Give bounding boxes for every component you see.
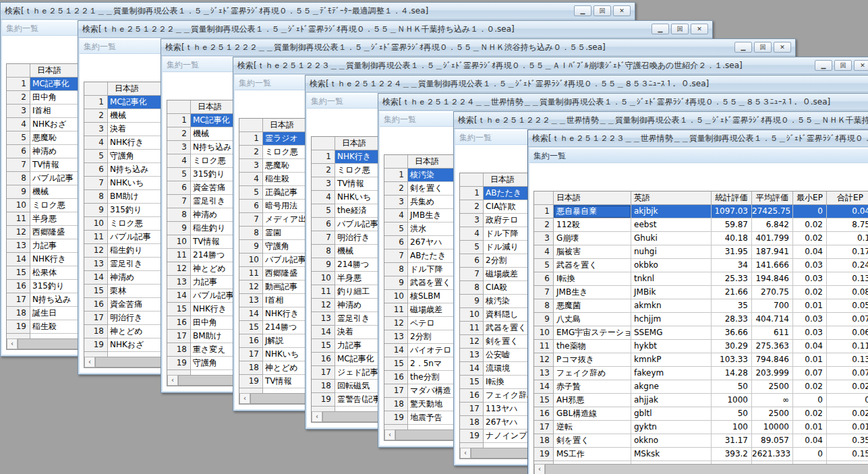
table-row[interactable]: 4脳被害nuhgi31.95187.9410.040.17 — [534, 245, 868, 259]
min-ep-cell[interactable]: 0.03 — [793, 259, 827, 272]
total-ep-cell[interactable]: 0 — [827, 394, 868, 407]
japanese-cell[interactable]: AH邪悪 — [554, 394, 631, 407]
table-row[interactable]: 1悪自暴自棄akjbjk1097.0327425.7500.04 — [534, 205, 868, 218]
avg-eval-cell[interactable]: 611 — [752, 326, 793, 340]
english-cell[interactable]: fakeym — [631, 367, 712, 380]
window-titlebar[interactable]: 検索[ｔｈｅ２５１２２３＿＿質量制御再現公表１．５＿ｼﾞｪﾄﾞ霊界ﾗｼﾞｵ再現０… — [233, 57, 868, 74]
minimize-button[interactable]: ▁ — [652, 24, 669, 34]
child-window-titlebar[interactable]: 集約一覧 — [529, 149, 868, 163]
scroll-left-button[interactable]: ‹ — [312, 411, 322, 422]
total-ep-cell[interactable]: 0.01 — [827, 421, 868, 434]
table-row[interactable]: 2112殺eebst59.876.8420.028.75 — [534, 218, 868, 232]
english-cell[interactable]: okkno — [631, 434, 712, 448]
restore-button[interactable]: 回 — [671, 24, 689, 34]
japanese-cell[interactable]: 脳被害 — [554, 245, 631, 259]
english-cell[interactable]: eebst — [631, 218, 712, 232]
total-ep-cell[interactable]: 0.13 — [827, 353, 868, 367]
english-cell[interactable]: hchjjm — [631, 313, 712, 326]
japanese-cell[interactable]: 逆転 — [554, 421, 631, 434]
min-ep-cell[interactable]: 0.07 — [793, 367, 827, 380]
table-row[interactable]: 15AH邪悪ahjjak1000∞00 — [534, 394, 868, 407]
japanese-cell[interactable]: 剣を置く — [554, 434, 631, 448]
english-cell[interactable]: JMBik — [631, 286, 712, 299]
window-titlebar[interactable]: 検索[ｔｈｅ２５１２２４＿＿質量制御再現公表１．５＿ｼﾞｪﾄﾞ霊界ﾗｼﾞｵ再現０… — [306, 76, 868, 92]
english-column-header[interactable]: 英語 — [631, 191, 712, 205]
close-button[interactable]: ✕ — [854, 60, 868, 71]
stat-eval-cell[interactable]: 1097.03 — [712, 205, 752, 218]
total-ep-column-header[interactable]: 合計EP — [827, 191, 868, 205]
total-ep-cell[interactable]: 0.24 — [827, 259, 868, 272]
total-ep-cell[interactable]: 0.17 — [827, 245, 868, 259]
window-titlebar[interactable]: 検索[ｔｈｅ２５１２２４＿＿世界情勢＿＿質量制御再現公表１．５＿ｼﾞｪﾄﾞ霊界ﾗ… — [378, 94, 868, 111]
scroll-left-button[interactable]: ‹ — [239, 393, 250, 404]
avg-eval-cell[interactable]: 275.363 — [752, 340, 793, 353]
scroll-left-button[interactable]: ‹ — [7, 338, 18, 349]
stat-eval-cell[interactable]: 25.33 — [712, 272, 752, 286]
min-ep-cell[interactable]: 0.04 — [793, 434, 827, 448]
scrollbar-thumb[interactable] — [545, 464, 868, 474]
min-ep-column-header[interactable]: 最小EP — [793, 191, 827, 205]
english-cell[interactable]: MSksk — [631, 448, 712, 461]
japanese-cell[interactable]: フェイク辞め — [554, 367, 631, 380]
stat-eval-cell[interactable]: 35 — [712, 299, 752, 313]
stat-eval-cell[interactable]: 31.17 — [712, 434, 752, 448]
total-ep-cell[interactable]: 0.02 — [827, 380, 868, 394]
japanese-cell[interactable]: GBL構造線 — [554, 407, 631, 421]
restore-button[interactable]: 回 — [834, 60, 852, 71]
english-cell[interactable]: tnknl — [631, 272, 712, 286]
english-cell[interactable]: Ghuki — [631, 232, 712, 245]
table-row[interactable]: 5武器を置くokbko34141.6660.030.24 — [534, 259, 868, 272]
total-ep-cell[interactable]: 0.08 — [827, 286, 868, 299]
min-ep-cell[interactable]: 0.03 — [793, 326, 827, 340]
table-row[interactable]: 9八丈島hchjjm28.33404.7140.030.07 — [534, 313, 868, 326]
avg-eval-cell[interactable]: 10000 — [752, 421, 793, 434]
avg-eval-cell[interactable]: 401.799 — [752, 232, 793, 245]
english-cell[interactable]: ahjjak — [631, 394, 712, 407]
close-button[interactable]: ✕ — [774, 42, 791, 53]
min-ep-cell[interactable]: 0.03 — [793, 272, 827, 286]
japanese-cell[interactable]: the薬物 — [554, 340, 631, 353]
stat-eval-cell[interactable]: 50 — [712, 407, 752, 421]
japanese-cell[interactable]: 武器を置く — [554, 259, 631, 272]
total-ep-cell[interactable]: 0.05 — [827, 299, 868, 313]
total-ep-cell[interactable]: 0.06 — [827, 326, 868, 340]
min-ep-cell[interactable]: 0.04 — [793, 245, 827, 259]
english-cell[interactable]: kmnkP — [631, 353, 712, 367]
table-row[interactable]: 3G崩壊Ghuki40.18401.7990.020.1 — [534, 232, 868, 245]
avg-eval-cell[interactable]: 2500 — [752, 380, 793, 394]
table-row[interactable]: 6I転換tnknl25.33194.8460.030.13 — [534, 272, 868, 286]
avg-eval-cell[interactable]: 6.842 — [752, 218, 793, 232]
min-ep-cell[interactable]: 0 — [793, 205, 827, 218]
window-titlebar[interactable]: 検索[ｔｈｅ２５１２２２＿＿質量制御再現公表１．５＿ｼﾞｪﾄﾞ霊界ﾗｼﾞｵ再現０… — [78, 21, 712, 38]
japanese-cell[interactable]: 悪魔菌 — [554, 299, 631, 313]
min-ep-cell[interactable]: 0.02 — [793, 407, 827, 421]
min-ep-cell[interactable]: 0 — [793, 394, 827, 407]
scroll-left-button[interactable]: ‹ — [384, 429, 395, 440]
scroll-left-button[interactable]: ‹ — [460, 448, 471, 458]
stat-eval-cell[interactable]: 50 — [712, 380, 752, 394]
japanese-cell[interactable]: 赤子贄 — [554, 380, 631, 394]
avg-eval-column-header[interactable]: 平均評価 — [752, 191, 793, 205]
english-cell[interactable]: akjbjk — [631, 205, 712, 218]
min-ep-cell[interactable]: 0 — [793, 448, 827, 461]
min-ep-cell[interactable]: 0.04 — [793, 340, 827, 353]
min-ep-cell[interactable]: 0.02 — [793, 232, 827, 245]
total-ep-cell[interactable]: 0.07 — [827, 313, 868, 326]
avg-eval-cell[interactable]: 27425.75 — [752, 205, 793, 218]
window-titlebar[interactable]: 検索[ｔｈｅ２５１２２３＿＿世界情勢＿＿質量制御再現公表１．５＿ｼﾞｪﾄﾞ霊界ﾗ… — [528, 130, 868, 147]
english-cell[interactable]: akgne — [631, 380, 712, 394]
stat-eval-cell[interactable]: 14.28 — [712, 367, 752, 380]
window-titlebar[interactable]: 検索[ｔｈｅ２５１２２１＿＿質量制御再現公表１．５＿ｼﾞｪﾄﾞ霊界ﾗｼﾞｵ再現０… — [1, 3, 635, 20]
avg-eval-cell[interactable]: 194.846 — [752, 272, 793, 286]
avg-eval-cell[interactable]: 89.057 — [752, 434, 793, 448]
total-ep-cell[interactable]: 0.02 — [827, 407, 868, 421]
avg-eval-cell[interactable]: 187.941 — [752, 245, 793, 259]
min-ep-cell[interactable]: 0.01 — [793, 421, 827, 434]
window-titlebar[interactable]: 検索[ｔｈｅ２５１２２２＿＿世界情勢＿＿質量制御再現公表１．５＿ｼﾞｪﾄﾞ霊界ﾗ… — [454, 112, 868, 129]
min-ep-cell[interactable]: 0.03 — [793, 313, 827, 326]
total-ep-cell[interactable]: 0.13 — [827, 272, 868, 286]
table-row[interactable]: 17逆転gyktn100100000.010.01 — [534, 421, 868, 434]
stat-eval-cell[interactable]: 40.18 — [712, 232, 752, 245]
japanese-cell[interactable]: JMB生き — [554, 286, 631, 299]
stat-eval-cell[interactable]: 393.2 — [712, 448, 752, 461]
